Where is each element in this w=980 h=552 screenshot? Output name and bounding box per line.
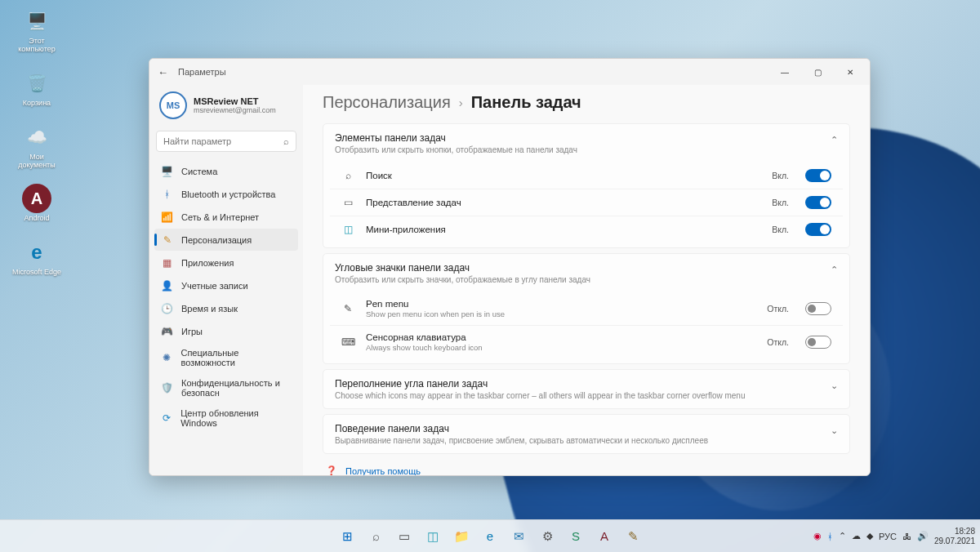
row-sub: Show pen menu icon when pen is in use bbox=[366, 309, 755, 318]
taskbar-app-6[interactable]: ✉ bbox=[506, 524, 531, 549]
get-help-link[interactable]: ❓Получить помощь bbox=[326, 465, 847, 475]
nav-label: Конфиденциальность и безопасн bbox=[181, 378, 292, 398]
taskbar-app-10[interactable]: ✎ bbox=[621, 524, 645, 549]
breadcrumb-root[interactable]: Персонализация bbox=[323, 93, 451, 112]
row-icon: ◫ bbox=[341, 223, 354, 236]
nav-icon: 🕒 bbox=[161, 302, 173, 314]
panel-header-behavior[interactable]: Поведение панели задач Выравнивание пане… bbox=[323, 415, 849, 453]
toggle[interactable] bbox=[805, 336, 831, 349]
tray-volume-icon[interactable]: 🔊 bbox=[917, 531, 929, 541]
row-icon: ▭ bbox=[341, 196, 354, 209]
edge-icon: e bbox=[31, 241, 42, 264]
taskbar-app-2[interactable]: ▭ bbox=[392, 524, 416, 549]
tray-bluetooth-icon[interactable]: ◉ bbox=[813, 531, 822, 541]
row-title: Представление задач bbox=[366, 198, 760, 207]
nav-item-10[interactable]: ⟳Центр обновления Windows bbox=[154, 403, 298, 433]
toggle[interactable] bbox=[805, 196, 831, 209]
computer-icon: 🖥️ bbox=[27, 11, 47, 31]
breadcrumb: Персонализация › Панель задач bbox=[323, 88, 850, 123]
row-state: Вкл. bbox=[772, 198, 789, 207]
taskbar-center: ⊞⌕▭◫📁e✉⚙SA✎ bbox=[335, 524, 645, 549]
nav-item-6[interactable]: 🕒Время и язык bbox=[154, 297, 298, 319]
nav-label: Игры bbox=[181, 327, 203, 336]
titlebar: ← Параметры ― ▢ ✕ bbox=[149, 59, 870, 85]
nav-item-1[interactable]: ᚼBluetooth и устройства bbox=[154, 183, 298, 205]
back-button[interactable]: ← bbox=[158, 66, 168, 78]
panel-corner-icons: Угловые значки панели задач Отобразить и… bbox=[323, 253, 850, 364]
chevron-down-icon: ⌄ bbox=[831, 381, 838, 391]
desktop-icon-computer[interactable]: 🖥️Этот компьютер bbox=[11, 7, 62, 54]
search-input[interactable] bbox=[163, 136, 283, 146]
panel-header-items[interactable]: Элементы панели задач Отобразить или скр… bbox=[323, 124, 849, 162]
tray-network-icon[interactable]: 🖧 bbox=[902, 532, 911, 541]
nav-label: Центр обновления Windows bbox=[180, 408, 292, 428]
chevron-up-icon: ⌃ bbox=[831, 135, 838, 145]
toggle[interactable] bbox=[805, 302, 831, 315]
row-state: Откл. bbox=[767, 337, 789, 347]
toggle[interactable] bbox=[805, 169, 831, 182]
help-icon: ❓ bbox=[326, 465, 337, 475]
recycle-icon: 🗑️ bbox=[27, 73, 47, 93]
system-tray: ◉ ᚼ ⌃ ☁ ◆ РУС 🖧 🔊 18:28 29.07.2021 bbox=[813, 527, 975, 545]
nav-item-3[interactable]: ✎Персонализация bbox=[154, 229, 298, 251]
tray-bluetooth2-icon[interactable]: ᚼ bbox=[827, 532, 833, 541]
nav-icon: 📶 bbox=[161, 211, 173, 223]
setting-row: ⌨Сенсорная клавиатураAlways show touch k… bbox=[330, 325, 843, 358]
tray-chevron-up-icon[interactable]: ⌃ bbox=[839, 531, 846, 541]
row-icon: ⌕ bbox=[341, 169, 354, 182]
taskbar-app-5[interactable]: e bbox=[478, 524, 502, 549]
nav-label: Bluetooth и устройства bbox=[181, 189, 275, 199]
toggle[interactable] bbox=[805, 223, 831, 236]
minimize-button[interactable]: ― bbox=[768, 60, 801, 83]
tray-onedrive-icon[interactable]: ☁ bbox=[852, 531, 861, 541]
nav-icon: 👤 bbox=[161, 279, 173, 292]
row-title: Мини-приложения bbox=[366, 225, 760, 234]
nav-icon: 🖥️ bbox=[161, 165, 173, 177]
tray-lang[interactable]: РУС bbox=[879, 532, 897, 541]
nav-item-5[interactable]: 👤Учетные записи bbox=[154, 274, 298, 296]
tray-clock[interactable]: 18:28 29.07.2021 bbox=[934, 527, 975, 545]
setting-row: ⌕ПоискВкл. bbox=[330, 162, 843, 189]
row-state: Вкл. bbox=[772, 225, 789, 234]
nav-item-9[interactable]: 🛡️Конфиденциальность и безопасн bbox=[154, 373, 298, 403]
panel-behavior: Поведение панели задач Выравнивание пане… bbox=[323, 414, 850, 454]
desktop-icon-onedrive[interactable]: ☁️Мои документы bbox=[11, 122, 62, 170]
taskbar: ⊞⌕▭◫📁e✉⚙SA✎ ◉ ᚼ ⌃ ☁ ◆ РУС 🖧 🔊 18:28 29.0… bbox=[0, 519, 980, 552]
profile-name: MSReview NET bbox=[194, 96, 276, 106]
taskbar-app-1[interactable]: ⌕ bbox=[363, 524, 388, 549]
nav-icon: ▦ bbox=[161, 256, 173, 269]
nav-item-2[interactable]: 📶Сеть & и Интернет bbox=[154, 206, 298, 228]
nav-item-4[interactable]: ▦Приложения bbox=[154, 252, 298, 274]
setting-row: ▭Представление задачВкл. bbox=[330, 189, 843, 216]
nav-item-8[interactable]: ✺Специальные возможности bbox=[154, 343, 298, 372]
android-icon: A bbox=[31, 189, 42, 208]
taskbar-app-0[interactable]: ⊞ bbox=[335, 524, 359, 549]
breadcrumb-current: Панель задач bbox=[471, 93, 581, 112]
panel-header-overflow[interactable]: Переполнение угла панели задач Choose wh… bbox=[323, 370, 849, 408]
nav-label: Система bbox=[181, 167, 217, 176]
help-links: ❓Получить помощь 📣Отправить отзыв bbox=[323, 459, 850, 475]
sidebar: MS MSReview NET msreviewnet@gmail.com ⌕ … bbox=[149, 85, 303, 475]
profile[interactable]: MS MSReview NET msreviewnet@gmail.com bbox=[154, 85, 298, 127]
nav-item-7[interactable]: 🎮Игры bbox=[154, 320, 298, 342]
tray-shield-icon[interactable]: ◆ bbox=[866, 531, 873, 541]
desktop-icon-android[interactable]: AAndroid bbox=[11, 184, 62, 223]
desktop-icon-recycle[interactable]: 🗑️Корзина bbox=[11, 69, 62, 108]
taskbar-app-9[interactable]: A bbox=[592, 524, 617, 549]
taskbar-app-4[interactable]: 📁 bbox=[449, 524, 474, 549]
taskbar-app-7[interactable]: ⚙ bbox=[535, 524, 559, 549]
search-icon: ⌕ bbox=[283, 136, 289, 146]
row-icon: ⌨ bbox=[341, 336, 354, 349]
close-button[interactable]: ✕ bbox=[834, 60, 866, 83]
nav-icon: ᚼ bbox=[161, 188, 173, 200]
avatar: MS bbox=[159, 91, 187, 119]
maximize-button[interactable]: ▢ bbox=[801, 60, 834, 83]
nav-item-0[interactable]: 🖥️Система bbox=[154, 160, 298, 182]
content: Персонализация › Панель задач Элементы п… bbox=[303, 85, 870, 475]
taskbar-app-3[interactable]: ◫ bbox=[421, 524, 445, 549]
desktop-icon-edge[interactable]: eMicrosoft Edge bbox=[11, 238, 62, 277]
panel-header-corner[interactable]: Угловые значки панели задач Отобразить и… bbox=[323, 254, 849, 292]
taskbar-app-8[interactable]: S bbox=[564, 524, 588, 549]
search-box[interactable]: ⌕ bbox=[156, 131, 296, 152]
nav-label: Приложения bbox=[181, 258, 234, 268]
